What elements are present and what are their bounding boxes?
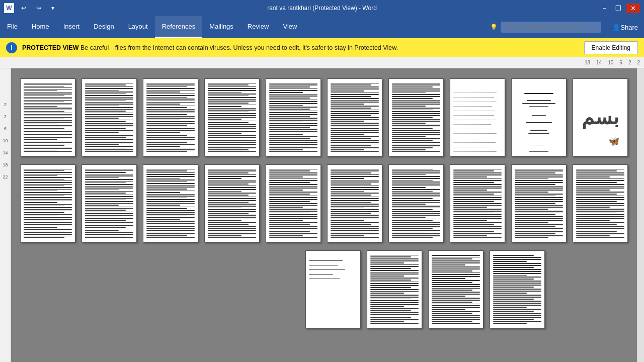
info-icon: i — [6, 42, 17, 53]
protected-text: PROTECTED VIEW Be careful—files from the… — [22, 44, 579, 51]
page-row-3 — [103, 250, 545, 328]
page-thumb-1[interactable] — [20, 78, 75, 156]
page-row-1: بسم 🦋 — [20, 78, 628, 156]
restore-button[interactable]: ❐ — [611, 4, 625, 13]
page-thumb-2[interactable] — [82, 78, 137, 156]
page-thumb-7[interactable] — [388, 78, 444, 156]
window-title: rant va rantkhari (Protected View) - Wor… — [267, 5, 377, 12]
top-ruler: 18 14 10 6 2 2 — [0, 57, 644, 68]
page-thumb-21[interactable] — [305, 250, 361, 328]
tab-mailings[interactable]: Mailings — [202, 16, 240, 38]
close-button[interactable]: ✕ — [626, 4, 640, 13]
search-input[interactable] — [501, 22, 601, 33]
share-button[interactable]: 👤 Share — [606, 16, 644, 38]
redo-button[interactable]: ↪ — [33, 4, 44, 13]
page-thumb-15[interactable] — [266, 164, 321, 242]
title-bar-left: W ↩ ↪ ▾ — [4, 3, 57, 13]
page-row-2 — [20, 164, 628, 242]
page-thumb-18[interactable] — [450, 164, 505, 242]
page-thumb-12[interactable] — [82, 164, 137, 242]
page-thumb-14[interactable] — [204, 164, 260, 242]
page-thumb-24[interactable] — [490, 250, 545, 328]
window-controls: − ❐ ✕ — [598, 4, 640, 13]
page-thumb-4[interactable] — [204, 78, 260, 156]
page-thumb-17[interactable] — [388, 164, 444, 242]
tab-layout[interactable]: Layout — [121, 16, 155, 38]
tab-file[interactable]: File — [0, 16, 25, 38]
tab-insert[interactable]: Insert — [56, 16, 87, 38]
page-thumb-13[interactable] — [143, 164, 198, 242]
page-lines — [24, 83, 71, 152]
tab-references[interactable]: References — [155, 16, 202, 38]
page-thumb-16[interactable] — [327, 164, 382, 242]
page-thumb-23[interactable] — [428, 250, 484, 328]
page-thumb-19[interactable] — [511, 164, 567, 242]
row3-spacer2 — [171, 250, 232, 328]
page-thumb-20[interactable] — [573, 164, 628, 242]
scrollbar[interactable] — [637, 68, 644, 362]
search-area: 💡 — [485, 16, 606, 38]
page-thumb-5[interactable] — [266, 78, 321, 156]
page-thumb-3[interactable] — [143, 78, 198, 156]
enable-editing-button[interactable]: Enable Editing — [584, 41, 638, 54]
share-label: Share — [620, 24, 638, 31]
protected-message: Be careful—files from the Internet can c… — [80, 44, 398, 51]
page-thumb-8[interactable] — [450, 78, 505, 156]
tab-home[interactable]: Home — [25, 16, 56, 38]
page-thumb-6[interactable] — [327, 78, 382, 156]
ruler-numbers: 18 14 10 6 2 2 — [585, 60, 640, 65]
tab-design[interactable]: Design — [87, 16, 121, 38]
page-thumb-11[interactable] — [20, 164, 75, 242]
row3-spacer — [103, 250, 165, 328]
minimize-button[interactable]: − — [598, 4, 610, 13]
page-thumb-22[interactable] — [367, 250, 422, 328]
left-ruler: 2 2 6 10 14 18 22 — [0, 68, 11, 362]
word-icon: W — [4, 3, 14, 13]
share-icon: 👤 — [612, 24, 620, 31]
title-bar: W ↩ ↪ ▾ rant va rantkhari (Protected Vie… — [0, 0, 644, 16]
page-thumb-9[interactable] — [511, 78, 567, 156]
row3-spacer3 — [238, 250, 299, 328]
tab-review[interactable]: Review — [240, 16, 276, 38]
undo-button[interactable]: ↩ — [18, 4, 29, 13]
ribbon: File Home Insert Design Layout Reference… — [0, 16, 644, 38]
main-content: 2 2 6 10 14 18 22 — [0, 68, 644, 362]
document-canvas[interactable]: بسم 🦋 — [11, 68, 637, 362]
protected-label: PROTECTED VIEW — [22, 44, 79, 51]
protected-view-bar: i PROTECTED VIEW Be careful—files from t… — [0, 38, 644, 57]
more-button[interactable]: ▾ — [48, 4, 57, 13]
search-lightbulb-icon: 💡 — [490, 24, 498, 31]
tab-view[interactable]: View — [276, 16, 304, 38]
page-thumb-10[interactable]: بسم 🦋 — [573, 78, 628, 156]
